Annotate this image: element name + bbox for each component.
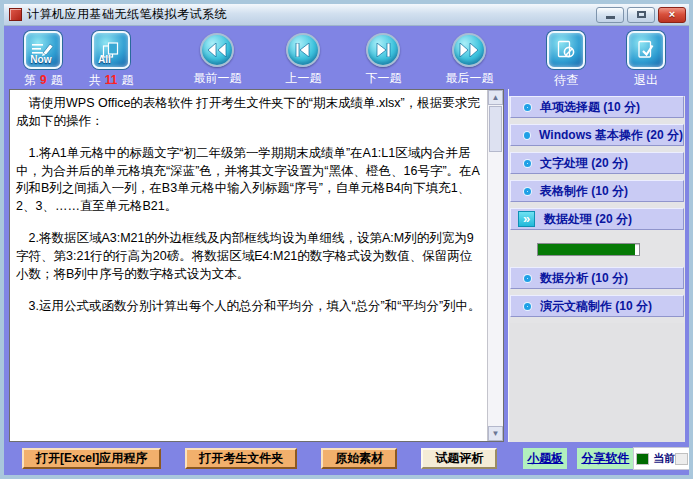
titlebar: 计算机应用基础无纸笔模拟考试系统 × [4, 4, 689, 26]
sidebar-item-data-processing-current[interactable]: » 数据处理 (20 分) [510, 208, 684, 230]
last-question-button[interactable] [452, 33, 486, 67]
bottom-bar: 打开[Excel]应用程序 打开考生文件夹 原始素材 试题评析 小题板 分享软件… [4, 444, 689, 475]
review-button[interactable] [547, 31, 585, 69]
first-question-caption: 最前一题 [193, 70, 241, 87]
main-area: 请使用WPS Office的表格软件 打开考生文件夹下的“期末成绩单.xlsx”… [4, 89, 689, 444]
small-question-board-link[interactable]: 小题板 [523, 448, 567, 469]
legend-not-done: 未做 [675, 451, 693, 466]
double-chevron-icon: » [518, 211, 535, 227]
right-arrow-bar-icon [373, 43, 393, 57]
circle-icon [524, 303, 531, 310]
now-label: Now [30, 54, 51, 65]
close-button[interactable]: × [658, 7, 686, 23]
review-caption: 待查 [554, 72, 578, 89]
maximize-icon [637, 11, 646, 18]
section-progress-row [509, 236, 685, 262]
legend-swatch [636, 453, 649, 465]
sidebar-item-table-making[interactable]: 表格制作 (10 分) [510, 180, 684, 202]
all-questions-group: All 共11题 [89, 31, 134, 89]
double-right-arrow-icon [459, 43, 479, 57]
exit-caption: 退出 [634, 72, 658, 89]
current-question-button[interactable]: Now [24, 31, 62, 69]
exit-button[interactable] [627, 31, 665, 69]
circle-icon [524, 132, 530, 139]
last-question-group: 最后一题 [445, 31, 493, 87]
section-sidebar: 单项选择题 (10 分) Windows 基本操作 (20 分) 文字处理 (2… [508, 89, 685, 442]
bar-left-arrow-icon [293, 43, 313, 57]
share-software-link[interactable]: 分享软件 [577, 448, 633, 469]
window-title: 计算机应用基础无纸笔模拟考试系统 [27, 6, 227, 23]
legend-current: 当前 [636, 451, 675, 466]
last-question-caption: 最后一题 [445, 70, 493, 87]
minimize-button[interactable] [596, 7, 624, 23]
open-excel-button[interactable]: 打开[Excel]应用程序 [22, 448, 161, 469]
review-group: 待查 [547, 31, 585, 89]
sidebar-item-presentation[interactable]: 演示文稿制作 (10 分) [510, 295, 684, 317]
minimize-icon [606, 16, 615, 19]
double-left-arrow-icon [207, 43, 227, 57]
status-legend: 当前 未做 已做 待查 [633, 447, 693, 470]
next-question-button[interactable] [366, 33, 400, 67]
question-paragraph: 请使用WPS Office的表格软件 打开考生文件夹下的“期末成绩单.xlsx”… [16, 95, 483, 131]
sidebar-item-windows-basic[interactable]: Windows 基本操作 (20 分) [510, 124, 684, 146]
question-paragraph: 3.运用公式或函数分别计算出每个人的总分和平均分，填入“总分”和“平均分”列中。 [16, 298, 483, 316]
progress-fill [538, 244, 635, 255]
circle-icon [524, 188, 531, 195]
prev-question-caption: 上一题 [285, 70, 321, 87]
next-question-group: 下一题 [365, 31, 401, 87]
first-question-group: 最前一题 [193, 31, 241, 87]
app-icon [9, 8, 22, 21]
question-analysis-button[interactable]: 试题评析 [421, 448, 497, 469]
exam-app-window: 计算机应用基础无纸笔模拟考试系统 × Now 第9题 [0, 0, 693, 479]
legend-swatch [675, 453, 688, 465]
sidebar-empty-area [510, 323, 684, 442]
prev-question-group: 上一题 [285, 31, 321, 87]
scroll-up-icon[interactable]: ▲ [488, 90, 503, 105]
all-questions-button[interactable]: All [92, 31, 130, 69]
current-question-group: Now 第9题 [24, 31, 63, 89]
question-text: 请使用WPS Office的表格软件 打开考生文件夹下的“期末成绩单.xlsx”… [10, 90, 487, 441]
circle-icon [524, 275, 531, 282]
sidebar-item-word-processing[interactable]: 文字处理 (20 分) [510, 152, 684, 174]
circle-icon [524, 104, 531, 111]
sidebar-item-single-choice[interactable]: 单项选择题 (10 分) [510, 96, 684, 118]
question-text-panel: 请使用WPS Office的表格软件 打开考生文件夹下的“期末成绩单.xlsx”… [9, 89, 504, 442]
page-slash-icon [556, 40, 576, 60]
close-icon: × [669, 9, 675, 20]
question-scrollbar[interactable]: ▲ ▼ [487, 90, 503, 441]
progress-track [537, 243, 640, 256]
all-questions-caption: 共11题 [89, 72, 134, 89]
circle-icon [524, 160, 531, 167]
toolbar: Now 第9题 All 共11题 最前一题 [4, 26, 689, 89]
sidebar-item-data-analysis[interactable]: 数据分析 (10 分) [510, 267, 684, 289]
sidebar-top-strip [509, 89, 685, 96]
current-question-caption: 第9题 [24, 72, 63, 89]
page-check-icon [636, 40, 656, 60]
next-question-caption: 下一题 [365, 70, 401, 87]
first-question-button[interactable] [200, 33, 234, 67]
all-label: All [98, 54, 111, 65]
footer-links: 小题板 分享软件 [523, 448, 633, 469]
open-student-folder-button[interactable]: 打开考生文件夹 [185, 448, 297, 469]
original-material-button[interactable]: 原始素材 [321, 448, 397, 469]
exit-group: 退出 [627, 31, 665, 89]
question-paragraph: 2.将数据区域A3:M21的外边框线及内部框线均设为单细线，设第A:M列的列宽为… [16, 230, 483, 283]
question-paragraph: 1.将A1单元格中的标题文字“初二年级第一学期期末成绩单”在A1:L1区域内合并… [16, 145, 483, 216]
scrollbar-thumb[interactable] [489, 106, 502, 152]
maximize-button[interactable] [627, 7, 655, 23]
prev-question-button[interactable] [286, 33, 320, 67]
scroll-down-icon[interactable]: ▼ [488, 426, 503, 441]
